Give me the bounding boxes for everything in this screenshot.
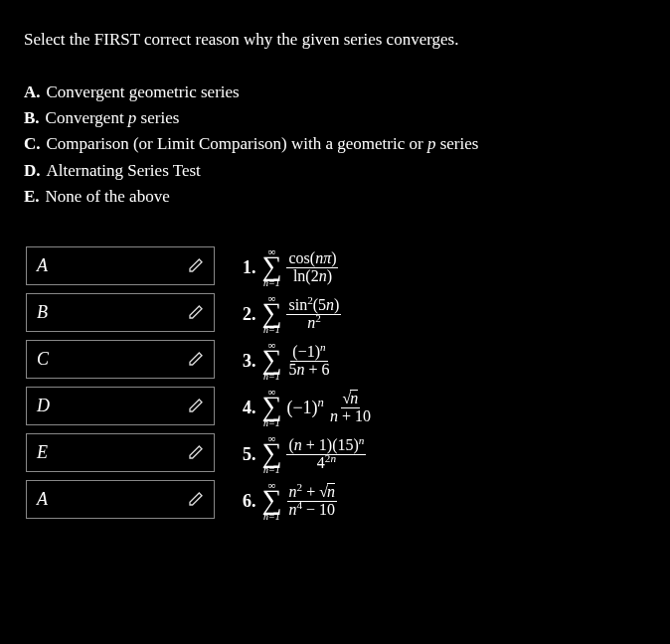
fraction: √n n + 10 [328,390,373,425]
answer-value: A [37,489,48,510]
fraction: cos(nπ) ln(2n) [286,250,338,285]
option-text: Convergent geometric series [47,80,240,105]
option-b: B. Convergent p series [24,105,646,131]
fraction: (n + 1)(15)n 42n [286,437,366,472]
series-number: 5. [243,444,256,465]
pencil-icon [188,351,204,367]
answer-value: B [37,302,48,323]
series-6: 6. ∞ ∑ n=1 n2 + √n n4 − 10 [243,478,373,525]
option-letter: C. [24,131,41,157]
prefix: (−1)n [286,398,323,418]
answer-input-3[interactable]: C [26,340,215,379]
series-5: 5. ∞ ∑ n=1 (n + 1)(15)n 42n [243,431,373,478]
fraction: n2 + √n n4 − 10 [286,483,337,519]
pencil-icon [188,398,204,413]
sigma-icon: ∞ ∑ n=1 [262,293,282,334]
series-3: 3. ∞ ∑ n=1 (−1)n 5n + 6 [243,338,373,385]
series-number: 4. [243,398,256,418]
pencil-icon [188,257,204,273]
option-c: C. Comparison (or Limit Comparison) with… [24,131,646,157]
option-a: A. Convergent geometric series [24,80,646,105]
pencil-icon [188,444,204,460]
sigma-icon: ∞ ∑ n=1 [262,340,282,381]
problems-area: A B C D E A 1. ∞ ∑ n=1 [24,244,646,525]
answer-input-6[interactable]: A [26,480,215,519]
sigma-icon: ∞ ∑ n=1 [262,433,282,474]
pencil-icon [188,304,204,320]
option-letter: E. [24,184,40,210]
answer-options: A. Convergent geometric series B. Conver… [24,80,646,211]
option-text: Convergent p series [46,105,180,131]
series-column: 1. ∞ ∑ n=1 cos(nπ) ln(2n) 2. ∞ ∑ n=1 sin… [243,244,373,525]
answer-input-2[interactable]: B [26,293,215,332]
series-number: 1. [243,257,256,278]
sigma-icon: ∞ ∑ n=1 [262,246,282,287]
series-number: 2. [243,304,256,325]
series-number: 6. [243,491,256,512]
option-text: None of the above [46,184,170,210]
answer-input-5[interactable]: E [26,433,215,472]
question-prompt: Select the FIRST correct reason why the … [24,28,646,52]
option-letter: B. [24,105,40,131]
series-2: 2. ∞ ∑ n=1 sin2(5n) n2 [243,291,373,338]
series-1: 1. ∞ ∑ n=1 cos(nπ) ln(2n) [243,244,373,291]
answer-input-1[interactable]: A [26,246,215,285]
answer-value: D [37,396,50,416]
answer-input-4[interactable]: D [26,387,215,425]
option-text: Comparison (or Limit Comparison) with a … [47,131,479,157]
answer-input-column: A B C D E A [26,246,215,519]
series-4: 4. ∞ ∑ n=1 (−1)n √n n + 10 [243,385,373,431]
sigma-icon: ∞ ∑ n=1 [262,387,282,427]
fraction: sin2(5n) n2 [286,297,341,332]
series-number: 3. [243,351,256,372]
option-text: Alternating Series Test [47,158,201,184]
option-d: D. Alternating Series Test [24,158,646,184]
pencil-icon [188,491,204,507]
option-e: E. None of the above [24,184,646,210]
answer-value: C [37,349,49,370]
answer-value: E [37,442,48,463]
sigma-icon: ∞ ∑ n=1 [262,480,282,521]
option-letter: A. [24,80,41,105]
fraction: (−1)n 5n + 6 [286,344,331,379]
answer-value: A [37,255,48,276]
option-letter: D. [24,158,41,184]
